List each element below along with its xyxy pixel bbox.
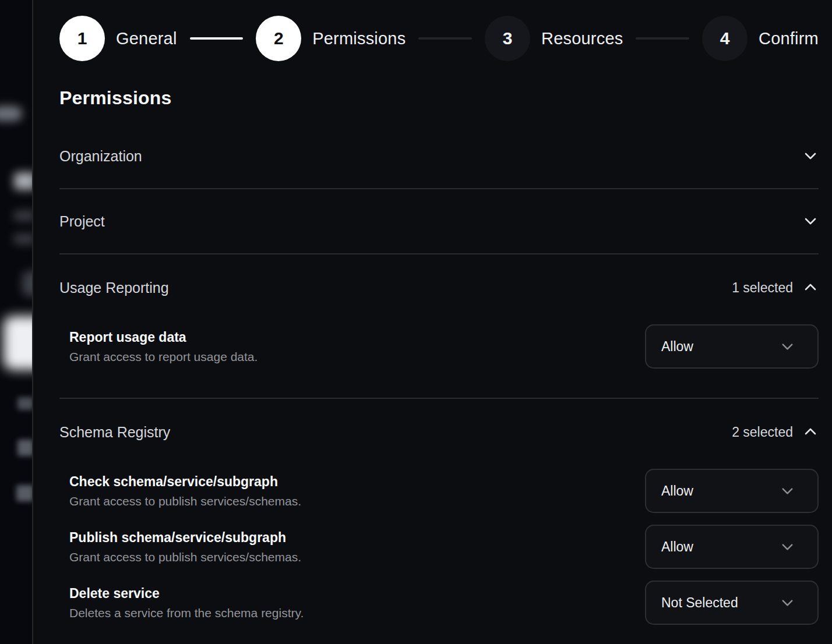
permission-item-title: Publish schema/service/subgraph: [69, 530, 301, 546]
chevron-down-icon: [780, 483, 795, 499]
section-meta: 1 selected: [732, 279, 819, 296]
step-number-badge: 1: [59, 16, 105, 61]
chevron-up-icon[interactable]: [802, 424, 819, 440]
section-meta: [802, 213, 819, 229]
permission-item-text: Report usage dataGrant access to report …: [69, 330, 258, 364]
section-header-usage-reporting[interactable]: Usage Reporting1 selected: [59, 279, 819, 296]
selected-count-badge: 2 selected: [732, 424, 793, 440]
permission-select-report-usage-data[interactable]: Allow: [645, 324, 819, 369]
permission-item-title: Check schema/service/subgraph: [69, 474, 301, 490]
section-schema-registry: Schema Registry2 selectedCheck schema/se…: [59, 399, 819, 644]
permission-item-text: Check schema/service/subgraphGrant acces…: [69, 474, 301, 508]
step-connector: [636, 37, 689, 40]
permission-item-publish-schema-service-subgraph: Publish schema/service/subgraphGrant acc…: [59, 525, 819, 569]
permission-sections: OrganizationProjectUsage Reporting1 sele…: [59, 124, 819, 644]
stepper-step-confirm[interactable]: 4Confirm: [702, 16, 819, 61]
permission-items: Check schema/service/subgraphGrant acces…: [59, 469, 819, 625]
chevron-down-icon[interactable]: [802, 213, 819, 229]
sidebar-blurred-content: [17, 440, 33, 456]
sidebar-blurred-content: [14, 234, 33, 244]
stepper-step-resources[interactable]: 3Resources: [485, 16, 623, 61]
stepper-step-permissions[interactable]: 2Permissions: [256, 16, 406, 61]
selected-value: Allow: [661, 539, 693, 555]
chevron-up-icon[interactable]: [802, 279, 819, 296]
section-header-project[interactable]: Project: [59, 213, 819, 230]
permission-item-description: Deletes a service from the schema regist…: [69, 606, 304, 620]
sidebar-blurred-content: [16, 485, 33, 501]
chevron-down-icon: [780, 339, 795, 355]
step-connector: [190, 37, 244, 40]
section-header-schema-registry[interactable]: Schema Registry2 selected: [59, 423, 819, 441]
section-header-organization[interactable]: Organization: [59, 147, 819, 165]
section-title: Project: [59, 213, 105, 230]
permission-item-description: Grant access to publish services/schemas…: [69, 550, 301, 564]
permission-item-report-usage-data: Report usage dataGrant access to report …: [59, 324, 819, 369]
permission-select-publish-schema-service-subgraph[interactable]: Allow: [645, 525, 819, 569]
chevron-down-icon: [780, 539, 795, 555]
selected-count-badge: 1 selected: [732, 280, 793, 296]
section-project: Project: [59, 189, 819, 254]
sidebar-blurred-content: [0, 106, 22, 121]
permission-item-text: Publish schema/service/subgraphGrant acc…: [69, 530, 301, 564]
step-label: Resources: [541, 29, 623, 48]
permission-select-delete-service[interactable]: Not Selected: [645, 581, 819, 625]
permission-item-description: Grant access to publish services/schemas…: [69, 494, 301, 508]
section-organization: Organization: [59, 124, 819, 189]
selected-value: Allow: [661, 483, 693, 499]
step-number-badge: 4: [702, 16, 748, 61]
stepper: 1General2Permissions3Resources4Confirm: [59, 16, 819, 61]
permission-item-text: Delete serviceDeletes a service from the…: [69, 586, 304, 620]
permission-item-check-schema-service-subgraph: Check schema/service/subgraphGrant acces…: [59, 469, 819, 513]
app-window: 1General2Permissions3Resources4Confirm P…: [0, 0, 832, 644]
selected-value: Not Selected: [661, 595, 738, 611]
step-label: General: [116, 29, 177, 48]
permission-item-delete-service: Delete serviceDeletes a service from the…: [59, 581, 819, 625]
background-sidebar: [0, 0, 33, 644]
chevron-down-icon: [780, 595, 795, 611]
sidebar-blurred-content: [17, 397, 33, 410]
permission-item-title: Report usage data: [69, 330, 258, 345]
step-number-badge: 3: [485, 16, 530, 61]
selected-value: Allow: [661, 339, 693, 355]
step-connector: [418, 37, 472, 40]
step-label: Confirm: [759, 29, 819, 48]
section-title: Schema Registry: [59, 423, 170, 441]
sidebar-blurred-content: [3, 316, 33, 370]
step-number-badge: 2: [256, 16, 301, 61]
section-meta: [802, 148, 819, 164]
permission-item-description: Grant access to report usage data.: [69, 350, 258, 364]
permission-item-title: Delete service: [69, 586, 304, 601]
stepper-step-general[interactable]: 1General: [59, 16, 177, 61]
step-label: Permissions: [312, 29, 406, 48]
section-title: Usage Reporting: [59, 279, 169, 296]
sidebar-blurred-content: [14, 172, 33, 190]
section-usage-reporting: Usage Reporting1 selectedReport usage da…: [59, 254, 819, 399]
permissions-wizard-panel: 1General2Permissions3Resources4Confirm P…: [33, 0, 832, 644]
sidebar-blurred-content: [14, 211, 33, 221]
permission-items: Report usage dataGrant access to report …: [59, 324, 819, 369]
section-title: Organization: [59, 147, 142, 165]
chevron-down-icon[interactable]: [802, 148, 819, 164]
sidebar-blurred-content: [22, 271, 33, 296]
page-title: Permissions: [59, 87, 819, 109]
permission-select-check-schema-service-subgraph[interactable]: Allow: [645, 469, 819, 513]
section-meta: 2 selected: [732, 424, 819, 440]
